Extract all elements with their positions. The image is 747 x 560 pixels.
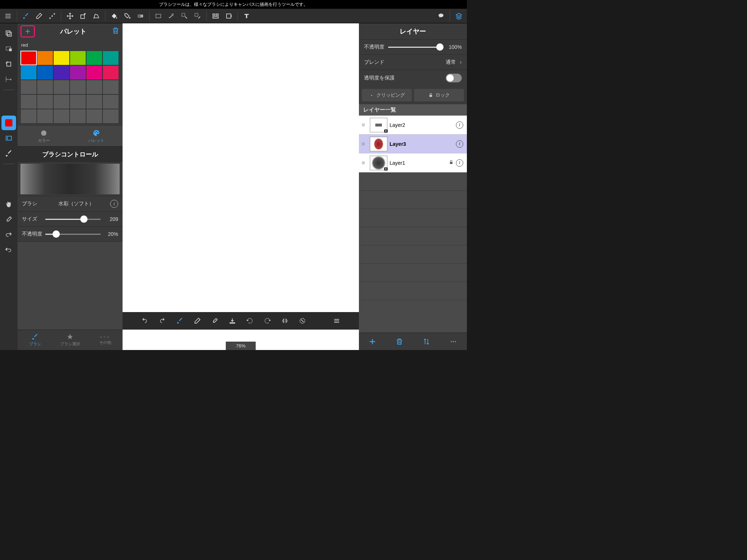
eraser-tool-icon[interactable] (32, 9, 46, 23)
save-icon[interactable] (227, 315, 238, 327)
select-area-icon[interactable] (1, 42, 16, 56)
color-swatch[interactable] (70, 65, 86, 80)
color-swatch[interactable] (86, 65, 102, 80)
brush-rail-icon[interactable] (1, 146, 16, 161)
color-swatch[interactable] (70, 51, 86, 65)
wand-icon[interactable] (165, 9, 178, 23)
lock-button[interactable]: ロック (414, 89, 464, 101)
tab-brush-select[interactable]: ブラシ選択 (53, 330, 88, 350)
tab-brush[interactable]: ブラシ (18, 330, 53, 350)
rotate-right-icon[interactable] (262, 315, 273, 327)
selection-icon[interactable] (152, 9, 165, 23)
eyedropper-icon[interactable] (1, 212, 16, 227)
svg-point-5 (129, 17, 130, 18)
canvas-eraser-icon[interactable] (191, 315, 203, 327)
menu-icon[interactable] (1, 9, 15, 23)
layer-item[interactable]: ≡ 8 Layer2 i (359, 116, 467, 135)
transform-icon[interactable] (77, 9, 90, 23)
dot-tool-icon[interactable] (46, 9, 59, 23)
lock-icon (449, 160, 454, 166)
redo-icon[interactable] (156, 315, 168, 327)
layer-item[interactable]: ≡ Layer3 i (359, 135, 467, 153)
svg-rect-18 (9, 49, 12, 51)
gradient-icon[interactable] (134, 9, 147, 23)
svg-point-14 (438, 13, 443, 17)
canvas-eyedropper-icon[interactable] (209, 315, 221, 327)
empty-layer-area (359, 172, 467, 332)
add-layer-icon[interactable] (368, 338, 376, 346)
svg-rect-20 (7, 136, 11, 140)
brush-info-icon[interactable]: i (110, 200, 118, 208)
layer-more-icon[interactable] (449, 338, 457, 346)
hand-icon[interactable] (1, 197, 16, 211)
text-tool-icon[interactable] (240, 9, 253, 23)
reorder-layers-icon[interactable] (422, 338, 430, 346)
delete-swatch-icon[interactable] (112, 27, 120, 36)
add-swatch-button[interactable]: + (20, 25, 35, 38)
tab-color[interactable]: カラー (18, 126, 70, 146)
drag-handle-icon[interactable]: ≡ (359, 116, 368, 134)
top-toolbar (0, 9, 467, 23)
undo-rail-icon[interactable] (1, 243, 16, 257)
svg-point-29 (451, 341, 452, 342)
clipping-button[interactable]: クリッピング (362, 89, 412, 101)
color-swatch[interactable] (20, 51, 37, 65)
bg-color-icon[interactable] (1, 131, 16, 145)
color-swatch[interactable] (37, 51, 53, 65)
mesh-transform-icon[interactable] (90, 9, 103, 23)
copy-icon[interactable] (1, 26, 16, 41)
undo-icon[interactable] (139, 315, 151, 327)
canvas-menu-icon[interactable] (331, 315, 342, 327)
protect-alpha-toggle[interactable] (446, 74, 462, 82)
brush-tool-icon[interactable] (19, 9, 32, 23)
delete-layer-icon[interactable] (395, 338, 403, 346)
comment-icon[interactable] (434, 9, 448, 23)
color-swatch-icon[interactable] (1, 116, 16, 130)
zoom-indicator[interactable]: 76% (226, 342, 256, 350)
opacity-slider[interactable] (45, 230, 101, 238)
layer-info-icon[interactable]: i (456, 121, 463, 129)
divide-icon[interactable] (209, 9, 222, 23)
redo-rail-icon[interactable] (1, 228, 16, 242)
svg-rect-7 (156, 14, 160, 18)
layer-info-icon[interactable]: i (456, 140, 463, 148)
layers-icon[interactable] (452, 9, 465, 23)
canvas-area[interactable]: 76% (123, 23, 359, 350)
svg-point-31 (455, 341, 456, 342)
color-swatch[interactable] (102, 65, 119, 80)
layer-thumbnail: 8 (370, 156, 387, 170)
color-swatch[interactable] (53, 65, 70, 80)
selection-eraser-icon[interactable] (191, 9, 204, 23)
fill-icon[interactable] (121, 9, 134, 23)
rotate-left-icon[interactable] (244, 315, 256, 327)
empty-swatch[interactable] (20, 80, 37, 94)
size-slider[interactable] (45, 215, 101, 223)
color-swatch[interactable] (102, 51, 119, 65)
drag-handle-icon[interactable]: ≡ (359, 135, 368, 153)
color-swatch[interactable] (20, 65, 37, 80)
brush-preview[interactable] (20, 164, 120, 194)
bucket-icon[interactable] (108, 9, 121, 23)
crop-icon[interactable] (222, 9, 235, 23)
tab-other[interactable]: ○○○その他 (88, 330, 123, 350)
tab-palette[interactable]: パレット (70, 126, 123, 146)
color-swatch[interactable] (53, 51, 70, 65)
color-swatch[interactable] (86, 51, 102, 65)
layer-info-icon[interactable]: i (456, 159, 463, 167)
canvas-brush-icon[interactable] (174, 315, 186, 327)
flip-icon[interactable] (279, 315, 291, 327)
brush-type-row[interactable]: ブラシ 水彩（ソフト） i (18, 196, 123, 211)
layer-list-header: レイヤー一覧 (359, 104, 467, 116)
svg-rect-13 (227, 14, 231, 18)
blend-mode-row[interactable]: ブレンド 通常 › (359, 54, 467, 70)
reset-view-icon[interactable] (297, 315, 308, 327)
drag-handle-icon[interactable]: ≡ (359, 153, 368, 172)
rotate-icon[interactable] (1, 57, 16, 71)
color-swatch[interactable] (37, 65, 53, 80)
selection-brush-icon[interactable] (178, 9, 191, 23)
move-tool-icon[interactable] (63, 9, 77, 23)
ruler-icon[interactable] (1, 72, 16, 87)
layer-opacity-slider[interactable] (388, 43, 440, 51)
chevron-right-icon: › (460, 58, 462, 66)
layer-item[interactable]: ≡ 8 Layer1 i (359, 153, 467, 172)
